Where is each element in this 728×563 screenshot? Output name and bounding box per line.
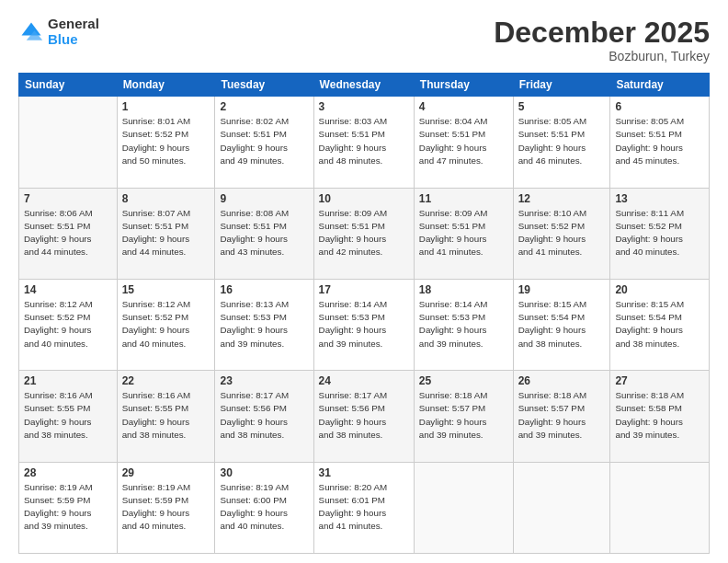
- calendar-cell: 13Sunrise: 8:11 AM Sunset: 5:52 PM Dayli…: [610, 188, 710, 279]
- week-row-2: 7Sunrise: 8:06 AM Sunset: 5:51 PM Daylig…: [19, 188, 710, 279]
- day-number: 18: [419, 283, 508, 296]
- week-row-5: 28Sunrise: 8:19 AM Sunset: 5:59 PM Dayli…: [19, 462, 710, 553]
- day-info: Sunrise: 8:16 AM Sunset: 5:55 PM Dayligh…: [24, 389, 112, 442]
- month-title: December 2025: [494, 17, 710, 49]
- day-info: Sunrise: 8:04 AM Sunset: 5:51 PM Dayligh…: [419, 115, 508, 167]
- calendar-cell: 28Sunrise: 8:19 AM Sunset: 5:59 PM Dayli…: [19, 462, 118, 553]
- calendar-cell: 9Sunrise: 8:08 AM Sunset: 5:51 PM Daylig…: [215, 188, 313, 279]
- calendar-cell: [610, 462, 710, 553]
- svg-marker-0: [22, 22, 41, 35]
- page: General Blue December 2025 Bozburun, Tur…: [0, 0, 728, 563]
- day-info: Sunrise: 8:18 AM Sunset: 5:57 PM Dayligh…: [419, 389, 508, 442]
- calendar-cell: 8Sunrise: 8:07 AM Sunset: 5:51 PM Daylig…: [117, 188, 215, 279]
- day-number: 25: [419, 374, 508, 387]
- day-info: Sunrise: 8:15 AM Sunset: 5:54 PM Dayligh…: [518, 298, 606, 350]
- calendar-cell: 31Sunrise: 8:20 AM Sunset: 6:01 PM Dayli…: [313, 462, 414, 553]
- day-info: Sunrise: 8:12 AM Sunset: 5:52 PM Dayligh…: [24, 298, 112, 350]
- day-info: Sunrise: 8:01 AM Sunset: 5:52 PM Dayligh…: [122, 115, 210, 167]
- day-number: 20: [615, 283, 704, 296]
- weekday-saturday: Saturday: [610, 74, 710, 97]
- day-info: Sunrise: 8:14 AM Sunset: 5:53 PM Dayligh…: [419, 298, 508, 350]
- calendar-cell: [19, 97, 118, 188]
- day-number: 10: [319, 192, 409, 205]
- logo-general: General: [48, 17, 99, 32]
- weekday-wednesday: Wednesday: [313, 74, 414, 97]
- calendar-cell: 21Sunrise: 8:16 AM Sunset: 5:55 PM Dayli…: [19, 371, 118, 462]
- title-block: December 2025 Bozburun, Turkey: [494, 17, 710, 63]
- day-info: Sunrise: 8:10 AM Sunset: 5:52 PM Dayligh…: [518, 207, 606, 259]
- calendar-cell: 20Sunrise: 8:15 AM Sunset: 5:54 PM Dayli…: [610, 279, 710, 370]
- day-info: Sunrise: 8:05 AM Sunset: 5:51 PM Dayligh…: [518, 115, 606, 167]
- weekday-header-row: SundayMondayTuesdayWednesdayThursdayFrid…: [19, 74, 710, 97]
- day-info: Sunrise: 8:18 AM Sunset: 5:58 PM Dayligh…: [615, 389, 704, 442]
- day-number: 22: [122, 374, 210, 387]
- day-info: Sunrise: 8:20 AM Sunset: 6:01 PM Dayligh…: [319, 481, 409, 534]
- calendar-cell: 24Sunrise: 8:17 AM Sunset: 5:56 PM Dayli…: [313, 371, 414, 462]
- week-row-4: 21Sunrise: 8:16 AM Sunset: 5:55 PM Dayli…: [19, 371, 710, 462]
- day-number: 23: [220, 374, 308, 387]
- day-number: 5: [518, 100, 606, 113]
- day-number: 13: [615, 192, 704, 205]
- calendar-cell: 30Sunrise: 8:19 AM Sunset: 6:00 PM Dayli…: [215, 462, 313, 553]
- calendar-cell: [414, 462, 513, 553]
- day-number: 21: [24, 374, 112, 387]
- day-info: Sunrise: 8:12 AM Sunset: 5:52 PM Dayligh…: [122, 298, 210, 350]
- day-number: 11: [419, 192, 508, 205]
- day-info: Sunrise: 8:06 AM Sunset: 5:51 PM Dayligh…: [24, 207, 112, 259]
- day-number: 27: [615, 374, 704, 387]
- calendar-cell: 16Sunrise: 8:13 AM Sunset: 5:53 PM Dayli…: [215, 279, 313, 370]
- day-number: 14: [24, 283, 112, 296]
- calendar-cell: 27Sunrise: 8:18 AM Sunset: 5:58 PM Dayli…: [610, 371, 710, 462]
- day-info: Sunrise: 8:19 AM Sunset: 5:59 PM Dayligh…: [122, 481, 210, 534]
- day-number: 19: [518, 283, 606, 296]
- calendar-cell: 14Sunrise: 8:12 AM Sunset: 5:52 PM Dayli…: [19, 279, 118, 370]
- calendar-cell: 22Sunrise: 8:16 AM Sunset: 5:55 PM Dayli…: [117, 371, 215, 462]
- day-number: 31: [319, 466, 409, 479]
- week-row-1: 1Sunrise: 8:01 AM Sunset: 5:52 PM Daylig…: [19, 97, 710, 188]
- day-info: Sunrise: 8:13 AM Sunset: 5:53 PM Dayligh…: [220, 298, 308, 350]
- calendar-cell: 15Sunrise: 8:12 AM Sunset: 5:52 PM Dayli…: [117, 279, 215, 370]
- day-number: 24: [319, 374, 409, 387]
- calendar-cell: 26Sunrise: 8:18 AM Sunset: 5:57 PM Dayli…: [513, 371, 610, 462]
- day-info: Sunrise: 8:03 AM Sunset: 5:51 PM Dayligh…: [319, 115, 409, 167]
- calendar-cell: 25Sunrise: 8:18 AM Sunset: 5:57 PM Dayli…: [414, 371, 513, 462]
- day-number: 15: [122, 283, 210, 296]
- day-info: Sunrise: 8:18 AM Sunset: 5:57 PM Dayligh…: [518, 389, 606, 442]
- day-number: 12: [518, 192, 606, 205]
- calendar-table: SundayMondayTuesdayWednesdayThursdayFrid…: [18, 73, 710, 554]
- calendar-cell: [513, 462, 610, 553]
- day-number: 9: [220, 192, 308, 205]
- day-info: Sunrise: 8:15 AM Sunset: 5:54 PM Dayligh…: [615, 298, 704, 350]
- week-row-3: 14Sunrise: 8:12 AM Sunset: 5:52 PM Dayli…: [19, 279, 710, 370]
- day-info: Sunrise: 8:17 AM Sunset: 5:56 PM Dayligh…: [319, 389, 409, 442]
- day-info: Sunrise: 8:07 AM Sunset: 5:51 PM Dayligh…: [122, 207, 210, 259]
- day-number: 1: [122, 100, 210, 113]
- calendar-cell: 3Sunrise: 8:03 AM Sunset: 5:51 PM Daylig…: [313, 97, 414, 188]
- day-number: 30: [220, 466, 308, 479]
- weekday-monday: Monday: [117, 74, 215, 97]
- calendar-cell: 7Sunrise: 8:06 AM Sunset: 5:51 PM Daylig…: [19, 188, 118, 279]
- header: General Blue December 2025 Bozburun, Tur…: [18, 17, 710, 63]
- calendar-cell: 23Sunrise: 8:17 AM Sunset: 5:56 PM Dayli…: [215, 371, 313, 462]
- logo-blue: Blue: [48, 32, 99, 48]
- day-info: Sunrise: 8:02 AM Sunset: 5:51 PM Dayligh…: [220, 115, 308, 167]
- day-number: 26: [518, 374, 606, 387]
- day-number: 6: [615, 100, 704, 113]
- day-number: 17: [319, 283, 409, 296]
- calendar-cell: 17Sunrise: 8:14 AM Sunset: 5:53 PM Dayli…: [313, 279, 414, 370]
- logo-text: General Blue: [48, 17, 99, 47]
- day-info: Sunrise: 8:09 AM Sunset: 5:51 PM Dayligh…: [419, 207, 508, 259]
- day-info: Sunrise: 8:19 AM Sunset: 5:59 PM Dayligh…: [24, 481, 112, 534]
- weekday-tuesday: Tuesday: [215, 74, 313, 97]
- calendar-cell: 4Sunrise: 8:04 AM Sunset: 5:51 PM Daylig…: [414, 97, 513, 188]
- day-number: 28: [24, 466, 112, 479]
- day-info: Sunrise: 8:16 AM Sunset: 5:55 PM Dayligh…: [122, 389, 210, 442]
- calendar-cell: 11Sunrise: 8:09 AM Sunset: 5:51 PM Dayli…: [414, 188, 513, 279]
- calendar-cell: 19Sunrise: 8:15 AM Sunset: 5:54 PM Dayli…: [513, 279, 610, 370]
- calendar-cell: 18Sunrise: 8:14 AM Sunset: 5:53 PM Dayli…: [414, 279, 513, 370]
- day-info: Sunrise: 8:09 AM Sunset: 5:51 PM Dayligh…: [319, 207, 409, 259]
- logo-icon: [18, 19, 44, 45]
- weekday-friday: Friday: [513, 74, 610, 97]
- calendar-cell: 2Sunrise: 8:02 AM Sunset: 5:51 PM Daylig…: [215, 97, 313, 188]
- day-number: 4: [419, 100, 508, 113]
